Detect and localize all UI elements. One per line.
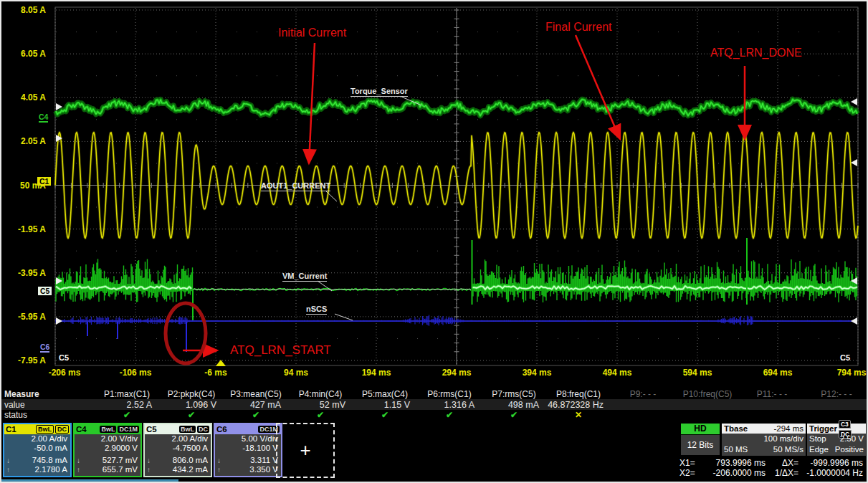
- y-axis-label: 6.05 A: [3, 49, 46, 59]
- dx-label: ΔX=: [766, 458, 798, 468]
- trigger-type: Edge: [809, 444, 829, 455]
- check-icon: ✔: [482, 411, 546, 420]
- check-icon: ✔: [288, 411, 353, 420]
- timebase-box[interactable]: Tbase -294 ms 100 ms/div 50 MS 50 MS/s: [722, 424, 806, 456]
- cursor-label-right: C5: [840, 353, 850, 362]
- max-arrow-icon: ↑: [147, 465, 151, 474]
- trigger-level: 2.50 V: [840, 434, 864, 444]
- channel-max-row: ↑3.350 V: [215, 465, 281, 474]
- channel-box-c5[interactable]: C5BwLDC2.00 A/div-4.7500 A↓806.0 mA↑434.…: [143, 423, 212, 477]
- inv-dx-label: 1/ΔX=: [766, 468, 798, 478]
- max-arrow-icon: ↑: [77, 465, 80, 474]
- min-arrow-icon: ↓: [147, 456, 151, 465]
- measure-column-header-p11[interactable]: P11:- - -: [740, 389, 804, 399]
- channel-min-value: 3.311 V: [250, 456, 278, 465]
- channel-min-value: 806.0 mA: [173, 456, 208, 465]
- measure-value-p2: 1.096 V: [159, 400, 224, 410]
- cursor-label-left: C5: [59, 353, 69, 362]
- x-axis-label: 194 ms: [348, 368, 405, 378]
- x-axis-label: 594 ms: [669, 368, 726, 378]
- measure-column-header-p1[interactable]: P1:max(C1): [95, 389, 159, 399]
- channel-badge-dc1m: DC1M: [118, 426, 139, 433]
- measure-value-p5: 1.15 V: [353, 400, 417, 410]
- channel-offset-value: 2.9000 V: [75, 444, 140, 453]
- channel-box-c4[interactable]: C4BwLDC1M2.00 V/div2.9000 V↓527.7 mV↑655…: [73, 423, 142, 477]
- trace-label-torque-sensor: Torque_Sensor: [350, 87, 408, 97]
- x2-label: X2=: [679, 468, 702, 478]
- hd-mode-badge: HD: [681, 424, 720, 434]
- oscilloscope-screen: 8.05 A6.05 A4.05 A2.05 A50 mA-1.95 A-3.9…: [0, 0, 868, 483]
- channel-scale-value: 2.00 A/div: [4, 434, 70, 444]
- channel-badge-bwl: BwL: [179, 426, 196, 433]
- measure-column-header-p2[interactable]: P2:pkpk(C4): [159, 389, 224, 399]
- channel-scale-value: 2.00 A/div: [145, 434, 211, 444]
- trace-label-vm-current: VM_Current: [282, 272, 327, 282]
- callout-initial-current: Initial Current: [278, 27, 346, 39]
- y-axis-label: 8.05 A: [3, 5, 46, 15]
- channel-id-label: C5: [146, 424, 157, 434]
- measure-column-header-p9[interactable]: P9:- - -: [611, 389, 675, 399]
- label-leader-line: [335, 314, 353, 320]
- channel-min-row: ↓3.311 V: [215, 456, 281, 465]
- y-axis-label: -5.95 A: [3, 312, 46, 322]
- timebase-sample-rate: 50 MS/s: [773, 444, 803, 455]
- status-row-label: status: [1, 410, 95, 420]
- trigger-box[interactable]: Trigger C3 DC Stop 2.50 V Edge Positive: [807, 424, 866, 456]
- channel-id-label: C1: [6, 424, 16, 434]
- measure-column-header-p3[interactable]: P3:mean(C5): [224, 389, 288, 399]
- invalid-measure-icon: ✕: [546, 411, 611, 420]
- channel-box-c6[interactable]: C6DC1M5.00 V/div-18.100 V↓3.311 V↑3.350 …: [214, 423, 282, 477]
- add-trace-button[interactable]: +: [276, 423, 335, 478]
- check-icon: ✔: [417, 411, 482, 420]
- x-axis-label: 694 ms: [749, 368, 806, 378]
- cursor-readout: X1= 793.9996 ms ΔX= -999.9996 ms X2= -20…: [679, 458, 863, 478]
- measure-column-header-p4[interactable]: P4:min(C4): [288, 389, 353, 399]
- check-icon: ✔: [353, 411, 417, 420]
- right-offset-arrow-icon: [851, 317, 857, 325]
- x-axis-label: -6 ms: [187, 368, 244, 378]
- callout-atq-lrn-start: ATQ_LRN_START: [230, 343, 331, 358]
- measure-column-header-p6[interactable]: P6:rms(C1): [417, 389, 482, 399]
- channel-badge-dc: DC: [197, 426, 209, 433]
- measure-column-header-p10[interactable]: P10:freq(C5): [675, 389, 740, 399]
- check-icon: ✔: [95, 411, 159, 420]
- plus-icon: +: [300, 439, 310, 462]
- check-icon: ✔: [159, 411, 224, 420]
- right-offset-arrow-icon: [851, 98, 857, 105]
- channel-marker-c4[interactable]: C4: [39, 113, 48, 123]
- trigger-slope: Positive: [835, 444, 864, 455]
- channel-marker-c6[interactable]: C6: [40, 343, 49, 353]
- channel-min-row: ↓806.0 mA: [145, 456, 211, 465]
- measure-value-p3: 427 mA: [224, 400, 288, 410]
- measure-column-header-p8[interactable]: P8:freq(C1): [546, 389, 611, 399]
- channel-badge-bwl: BwL: [100, 426, 116, 433]
- annotation-arrow-icon: [309, 43, 315, 163]
- trigger-position-marker-icon[interactable]: [216, 360, 226, 366]
- x-axis-label: -106 ms: [107, 368, 164, 378]
- channel-id-label: C4: [76, 424, 87, 434]
- measure-column-header-p12[interactable]: P12:- - -: [804, 389, 868, 399]
- channel-marker-c5[interactable]: C5: [38, 287, 52, 295]
- timebase-title: Tbase: [724, 424, 748, 434]
- measure-column-header-p5[interactable]: P5:max(C4): [353, 389, 417, 399]
- measure-column-header-p7[interactable]: P7:rms(C5): [482, 389, 546, 399]
- trigger-mode: Stop: [809, 434, 826, 444]
- channel-min-value: 527.7 mV: [102, 456, 138, 465]
- channel-max-row: ↑434.2 mA: [145, 465, 211, 474]
- channel-scale-value: 2.00 V/div: [75, 434, 140, 444]
- channel-marker-c1[interactable]: C1: [37, 177, 51, 186]
- min-arrow-icon: ↓: [6, 456, 10, 465]
- channel-badges: BwLDC: [179, 426, 209, 433]
- annotation-arrow-icon: [576, 35, 620, 139]
- left-offset-arrow-icon: [56, 317, 62, 325]
- x-axis-label: 494 ms: [588, 368, 646, 378]
- acquisition-box[interactable]: HD 12 Bits: [681, 424, 720, 456]
- inv-dx-value: -1.0000004 Hz: [798, 468, 863, 478]
- channel-offset-value: -50.0 mA: [4, 444, 70, 453]
- channel-badge-bwl: BwL: [36, 425, 54, 434]
- channel-box-c1[interactable]: C1BwLDC2.00 A/div-50.0 mA↓745.8 mA↑2.178…: [3, 423, 72, 477]
- measure-value-p7: 498 mA: [482, 400, 546, 410]
- annotation-graphics: [166, 35, 745, 363]
- x-axis-label: 394 ms: [508, 368, 566, 378]
- y-axis-label: 2.05 A: [3, 136, 46, 146]
